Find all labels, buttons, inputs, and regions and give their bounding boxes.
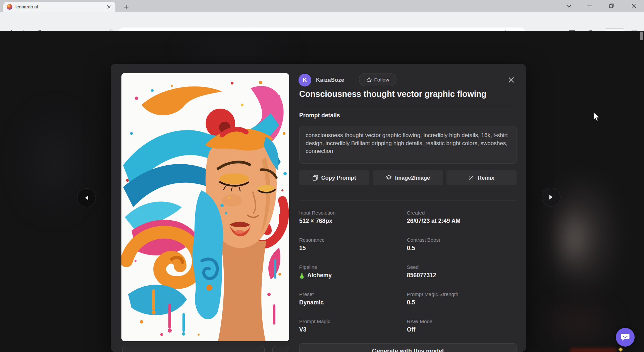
browser-window: leonardo.ai — [0, 0, 644, 352]
username[interactable]: KaizaSoze — [316, 77, 344, 83]
avatar-letter: K — [303, 77, 307, 84]
meta-resonance: Resonance 15 — [299, 237, 407, 252]
prompt-text: consciousness thought vector graphic flo… — [306, 132, 508, 154]
divider — [299, 200, 517, 201]
copy-prompt-button[interactable]: Copy Prompt — [299, 170, 369, 185]
meta-pipeline: Pipeline Alchemy — [299, 264, 407, 279]
meta-preset: Preset Dynamic — [299, 291, 407, 306]
background-blur-blob — [525, 141, 639, 329]
tab-strip: leonardo.ai — [0, 0, 644, 12]
meta-raw-mode: RAW Mode Off — [407, 318, 517, 333]
remix-label: Remix — [478, 175, 494, 181]
prompt-details-heading: Prompt details — [299, 112, 340, 119]
divider — [299, 106, 517, 106]
follow-button[interactable]: Follow — [359, 73, 396, 86]
tab-search-chevron-icon[interactable] — [564, 3, 574, 9]
meta-created: Created 26/07/23 at 2:49 AM — [407, 210, 517, 225]
next-image-button[interactable] — [542, 188, 560, 207]
tab-title: leonardo.ai — [15, 4, 105, 9]
remix-button[interactable]: Remix — [446, 170, 517, 185]
meta-contrast-boost: Contrast Boost 0.5 — [407, 237, 517, 252]
image2image-button[interactable]: Image2Image — [373, 170, 443, 185]
metadata-grid: Input Resolution 512 × 768px Created 26/… — [299, 210, 517, 333]
tab-close-icon[interactable] — [105, 4, 112, 10]
prompt-input-partial[interactable] — [122, 346, 265, 352]
star-icon — [366, 77, 372, 82]
background-watermark — [570, 348, 616, 352]
browser-tab[interactable]: leonardo.ai — [3, 2, 115, 12]
generation-title: Consciousness thought vector graphic flo… — [299, 89, 521, 99]
layers-icon — [386, 175, 392, 180]
background-blur-blob — [523, 292, 634, 352]
follow-label: Follow — [374, 77, 389, 83]
modal-close-button[interactable] — [506, 74, 517, 85]
new-tab-button[interactable] — [121, 2, 131, 12]
background-blur-blob — [141, 31, 329, 68]
potion-icon — [299, 273, 305, 279]
chevron-left-icon — [85, 195, 89, 200]
generate-with-model-button[interactable]: Generate with this model — [299, 343, 517, 352]
copy-prompt-label: Copy Prompt — [321, 175, 356, 181]
chevron-right-icon — [549, 194, 553, 200]
meta-input-resolution: Input Resolution 512 × 768px — [299, 210, 407, 225]
window-minimize-button[interactable] — [582, 0, 597, 11]
generate-label: Generate with this model — [372, 348, 444, 352]
leonardo-favicon-icon — [7, 4, 12, 10]
generated-artwork-image[interactable] — [121, 73, 289, 341]
image2image-label: Image2Image — [395, 175, 430, 181]
small-button-partial[interactable] — [272, 346, 289, 352]
chat-bubble-icon — [621, 333, 630, 341]
pipeline-value: Alchemy — [307, 272, 332, 279]
image-detail-modal: K KaizaSoze Follow Consciousness thought… — [111, 64, 526, 352]
remix-wand-icon — [469, 175, 474, 181]
scrollbar-thumb[interactable] — [640, 32, 643, 40]
meta-seed: Seed 856077312 — [407, 264, 517, 279]
browser-toolbar: app.leonardo.ai — [0, 12, 644, 31]
avatar[interactable]: K — [299, 74, 311, 86]
prompt-text-box: consciousness thought vector graphic flo… — [299, 126, 517, 164]
prompt-actions-row: Copy Prompt Image2Image Remix — [299, 170, 517, 185]
background-blur-blob — [7, 84, 101, 239]
copy-icon — [313, 175, 318, 181]
window-close-button[interactable] — [626, 0, 641, 11]
artwork-illustration — [121, 73, 289, 341]
support-chat-button[interactable] — [616, 328, 635, 347]
previous-image-button[interactable] — [77, 188, 96, 207]
window-restore-button[interactable] — [604, 0, 619, 11]
meta-prompt-magic: Prompt Magic V3 — [299, 318, 407, 333]
close-icon — [508, 77, 514, 83]
meta-prompt-magic-strength: Prompt Magic Strength 0.5 — [407, 291, 517, 306]
